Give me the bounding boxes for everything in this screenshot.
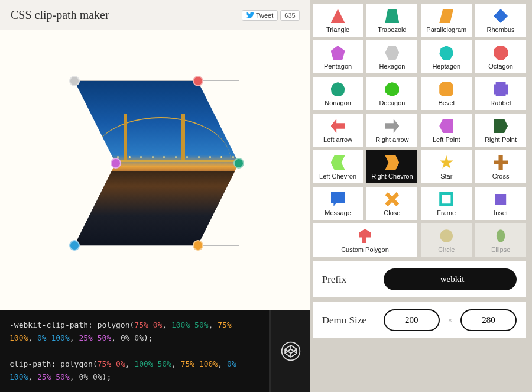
shape-hexagon[interactable]: Hexagon	[366, 40, 417, 73]
shape-label: Trapezoid	[378, 26, 407, 33]
shape-pentagon[interactable]: Pentagon	[313, 40, 364, 73]
shape-cross[interactable]: Cross	[475, 150, 526, 183]
shape-label: Frame	[437, 209, 456, 216]
shape-bevel[interactable]: Bevel	[421, 77, 472, 110]
shape-left-point[interactable]: Left Point	[421, 114, 472, 147]
shape-label: Right Point	[485, 136, 517, 143]
bevel-icon	[439, 82, 454, 97]
rhombus-icon	[493, 8, 508, 24]
twitter-icon	[246, 12, 254, 18]
shape-star[interactable]: Star	[421, 150, 472, 183]
parallelogram-icon	[439, 8, 454, 24]
clipped-image	[74, 81, 239, 245]
shape-label: Close	[384, 209, 400, 216]
hexagon-icon	[384, 45, 400, 60]
message-icon	[330, 192, 346, 207]
shape-decagon[interactable]: Decagon	[366, 77, 417, 110]
frame-icon	[439, 192, 454, 207]
shape-frame[interactable]: Frame	[421, 187, 472, 220]
shape-label: Rhombus	[487, 26, 515, 33]
shape-trapezoid[interactable]: Trapezoid	[366, 4, 417, 37]
shape-label: Ellipse	[491, 246, 510, 253]
clip-bounding-box	[74, 80, 239, 246]
left-arrow-icon	[330, 118, 346, 134]
shape-nonagon[interactable]: Nonagon	[313, 77, 364, 110]
shape-left-chevron[interactable]: Left Chevron	[313, 150, 364, 183]
right-arrow-icon	[384, 118, 400, 134]
shape-label: Star	[440, 173, 452, 180]
right-point-icon	[493, 118, 508, 134]
clip-handle[interactable]	[69, 76, 80, 86]
tweet-count: 635	[280, 10, 299, 21]
star-icon	[439, 155, 454, 170]
prefix-panel: Prefix –webkit	[313, 261, 526, 297]
shape-right-point[interactable]: Right Point	[475, 114, 526, 147]
shape-label: Inset	[494, 209, 508, 216]
shape-grid: TriangleTrapezoidParallelogramRhombusPen…	[313, 4, 526, 257]
tweet-button[interactable]: Tweet	[242, 10, 278, 21]
shape-label: Left arrow	[323, 136, 352, 143]
demo-size-panel: Demo Size ×	[313, 302, 526, 338]
ellipse-icon	[493, 228, 508, 244]
shape-right-arrow[interactable]: Right arrow	[366, 114, 417, 147]
header: CSS clip-path maker Tweet 635	[0, 0, 310, 30]
shape-label: Heptagon	[432, 63, 460, 70]
tweet-group: Tweet 635	[242, 10, 300, 21]
shape-inset[interactable]: Inset	[475, 187, 526, 220]
shape-label: Left Point	[433, 136, 460, 143]
rabbet-icon	[493, 82, 508, 97]
right-chevron-icon	[384, 155, 400, 170]
octagon-icon	[493, 45, 508, 60]
trapezoid-icon	[384, 8, 400, 24]
shape-left-arrow[interactable]: Left arrow	[313, 114, 364, 147]
prefix-value-button[interactable]: –webkit	[384, 268, 517, 290]
cross-icon	[493, 155, 508, 170]
shape-close[interactable]: Close	[366, 187, 417, 220]
heptagon-icon	[439, 45, 454, 60]
circle-icon	[439, 228, 454, 244]
clip-handle[interactable]	[233, 158, 244, 169]
shape-rhombus[interactable]: Rhombus	[475, 4, 526, 37]
clip-handle[interactable]	[69, 240, 80, 251]
clip-handle[interactable]	[193, 240, 203, 251]
shape-parallelogram[interactable]: Parallelogram	[421, 4, 472, 37]
shape-right-chevron[interactable]: Right Chevron	[366, 150, 417, 183]
shape-label: Parallelogram	[426, 26, 466, 33]
shape-triangle[interactable]: Triangle	[313, 4, 364, 37]
shape-octagon[interactable]: Octagon	[475, 40, 526, 73]
custom-polygon-icon	[357, 228, 372, 244]
shape-label: Message	[325, 209, 351, 216]
clip-handle[interactable]	[111, 158, 121, 169]
shape-label: Hexagon	[379, 63, 405, 70]
demo-width-input[interactable]	[384, 309, 440, 331]
shape-label: Cross	[492, 173, 510, 180]
left-point-icon	[439, 118, 454, 134]
shape-heptagon[interactable]: Heptagon	[421, 40, 472, 73]
inset-icon	[493, 192, 508, 207]
canvas[interactable]	[0, 30, 310, 310]
shape-message[interactable]: Message	[313, 187, 364, 220]
codepen-icon	[280, 341, 301, 362]
shape-label: Circle	[438, 246, 455, 253]
shape-label: Bevel	[438, 99, 455, 106]
shape-label: Octagon	[488, 63, 513, 70]
decagon-icon	[384, 82, 400, 97]
pentagon-icon	[330, 45, 346, 60]
triangle-icon	[330, 8, 346, 24]
tweet-label: Tweet	[256, 12, 273, 19]
shape-custom-polygon[interactable]: Custom Polygon	[313, 223, 418, 257]
shape-label: Triangle	[326, 26, 349, 33]
left-chevron-icon	[330, 155, 346, 170]
shape-label: Nonagon	[325, 99, 351, 106]
shape-label: Decagon	[379, 99, 405, 106]
clip-handle[interactable]	[193, 76, 203, 86]
codepen-button[interactable]	[269, 310, 310, 392]
code-output[interactable]: -webkit-clip-path: polygon(75% 0%, 100% …	[0, 310, 269, 392]
close-icon	[384, 192, 400, 207]
demo-height-input[interactable]	[460, 309, 517, 331]
shape-label: Right arrow	[375, 136, 408, 143]
shape-ellipse: Ellipse	[475, 223, 526, 257]
size-separator: ×	[448, 316, 452, 325]
shape-label: Custom Polygon	[341, 246, 389, 253]
shape-rabbet[interactable]: Rabbet	[475, 77, 526, 110]
